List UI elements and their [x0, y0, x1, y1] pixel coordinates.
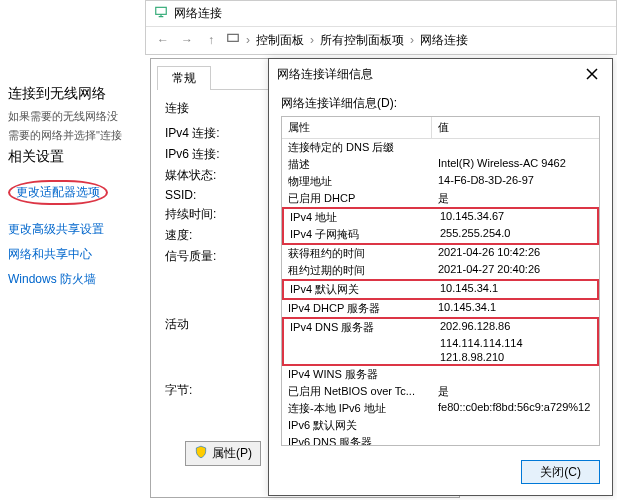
dialog-title: 网络连接详细信息 [277, 66, 373, 83]
sidebar-heading: 连接到无线网络 [8, 85, 143, 103]
close-button[interactable]: 关闭(C) [521, 460, 600, 484]
crumb-control-panel[interactable]: 控制面板 [256, 32, 304, 49]
table-row: 获得租约的时间2021-04-26 10:42:26 [282, 245, 599, 262]
table-row: IPv6 DNS 服务器 [282, 434, 599, 446]
table-row: 物理地址14-F6-D8-3D-26-97 [282, 173, 599, 190]
tab-general[interactable]: 常规 [157, 66, 211, 90]
table-row: IPv6 默认网关 [282, 417, 599, 434]
up-arrow-icon[interactable]: ↑ [202, 31, 220, 49]
chevron-right-icon: › [410, 33, 414, 47]
svg-rect-0 [156, 7, 167, 14]
window-title: 网络连接 [174, 5, 222, 22]
close-icon[interactable] [580, 65, 604, 83]
table-row: 租约过期的时间2021-04-27 20:40:26 [282, 262, 599, 279]
table-row: 连接特定的 DNS 后缀 [282, 139, 599, 156]
chevron-right-icon: › [310, 33, 314, 47]
network-icon [154, 5, 168, 22]
table-header: 属性 值 [282, 117, 599, 139]
explorer-window: 网络连接 ← → ↑ › 控制面板 › 所有控制面板项 › 网络连接 [145, 0, 617, 55]
computer-icon [226, 32, 240, 49]
details-label: 网络连接详细信息(D): [281, 95, 600, 112]
back-arrow-icon[interactable]: ← [154, 31, 172, 49]
link-network-sharing-center[interactable]: 网络和共享中心 [8, 246, 143, 263]
details-table[interactable]: 属性 值 连接特定的 DNS 后缀描述Intel(R) Wireless-AC … [281, 116, 600, 446]
link-windows-firewall[interactable]: Windows 防火墙 [8, 271, 143, 288]
table-row: IPv4 子网掩码255.255.254.0 [284, 226, 597, 243]
table-row: 已启用 NetBIOS over Tc...是 [282, 383, 599, 400]
chevron-right-icon: › [246, 33, 250, 47]
breadcrumb[interactable]: ← → ↑ › 控制面板 › 所有控制面板项 › 网络连接 [146, 26, 616, 53]
properties-button[interactable]: 属性(P) [185, 441, 261, 466]
sidebar-desc: 需要的网络并选择"连接 [8, 128, 143, 143]
table-row: IPv4 默认网关10.145.34.1 [284, 281, 597, 298]
link-advanced-sharing[interactable]: 更改高级共享设置 [8, 221, 143, 238]
crumb-all-items[interactable]: 所有控制面板项 [320, 32, 404, 49]
header-value: 值 [432, 117, 599, 138]
table-row: 已启用 DHCP是 [282, 190, 599, 207]
table-row: IPv4 DNS 服务器202.96.128.86 [284, 319, 597, 336]
table-row: 连接-本地 IPv6 地址fe80::c0eb:f8bd:56c9:a729%1… [282, 400, 599, 417]
table-row: 114.114.114.114 [284, 336, 597, 350]
table-row: 121.8.98.210 [284, 350, 597, 364]
table-row: IPv4 WINS 服务器 [282, 366, 599, 383]
svg-rect-1 [228, 34, 239, 41]
table-row: IPv4 地址10.145.34.67 [284, 209, 597, 226]
shield-icon [194, 445, 208, 462]
forward-arrow-icon[interactable]: → [178, 31, 196, 49]
crumb-network-connections[interactable]: 网络连接 [420, 32, 468, 49]
settings-sidebar: 连接到无线网络 如果需要的无线网络没 需要的网络并选择"连接 相关设置 更改适配… [8, 85, 143, 296]
network-details-dialog: 网络连接详细信息 网络连接详细信息(D): 属性 值 连接特定的 DNS 后缀描… [268, 58, 613, 496]
header-property: 属性 [282, 117, 432, 138]
bytes-label: 字节: [165, 382, 192, 399]
sidebar-desc: 如果需要的无线网络没 [8, 109, 143, 124]
window-title-bar: 网络连接 [146, 1, 616, 26]
table-row: IPv4 DHCP 服务器10.145.34.1 [282, 300, 599, 317]
table-row: 描述Intel(R) Wireless-AC 9462 [282, 156, 599, 173]
related-settings-heading: 相关设置 [8, 148, 143, 166]
link-change-adapter-options[interactable]: 更改适配器选项 [8, 180, 108, 205]
